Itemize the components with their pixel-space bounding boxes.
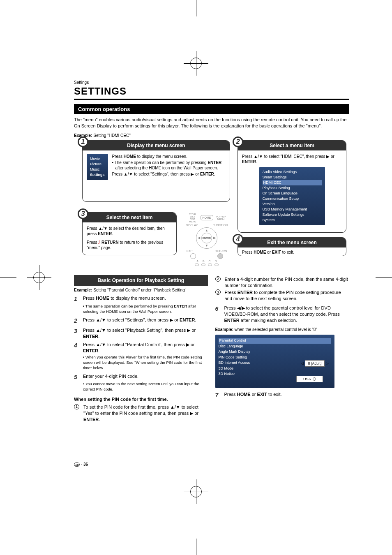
step-box-3: Select the next item Press ▲/▼ to select… bbox=[82, 212, 177, 255]
up-arrow-icon: ▲ bbox=[205, 229, 208, 232]
text-fragment: Press bbox=[242, 250, 254, 254]
text-fragment: Press ▲/▼ to select "Playback Setting", … bbox=[83, 328, 196, 333]
text-fragment: . bbox=[98, 348, 99, 353]
crop-mark bbox=[376, 278, 392, 278]
menu-item: Smart Settings bbox=[263, 175, 322, 180]
home-button: HOME bbox=[201, 215, 213, 220]
text-fragment: To set the PIN code for the first time, … bbox=[83, 405, 198, 416]
country-value: USA bbox=[303, 377, 311, 382]
down-arrow-icon: ▼ bbox=[205, 244, 208, 247]
circle-number-icon: 2 bbox=[215, 276, 221, 282]
step-6: 6 Press ◀/▶ to select the parental contr… bbox=[215, 305, 349, 324]
text-fragment: . bbox=[256, 160, 257, 164]
text-fragment: Press ▲/▼ to select "Settings", then pre… bbox=[83, 317, 180, 322]
menu-item: Movie bbox=[90, 156, 105, 162]
example-text: Setting "Parental Control" under "Playba… bbox=[92, 288, 186, 292]
settings-menu-screenshot: Audio Video Settings Smart Settings HDMI… bbox=[259, 167, 325, 225]
right-arrow-icon: ▶ bbox=[213, 236, 216, 240]
right-arrow-icon: ▷ bbox=[326, 361, 329, 366]
pre-title: Settings bbox=[74, 80, 349, 85]
remote-label: POP-UP MENU bbox=[216, 215, 226, 220]
text-fragment: . bbox=[195, 317, 196, 322]
text-fragment: Press bbox=[112, 154, 124, 159]
remote-label: TITLE LIST TOP MENU bbox=[187, 213, 198, 223]
pin-step-1: 1 To set the PIN code for the first time… bbox=[74, 404, 208, 423]
text-fragment: to display the menu screen. bbox=[109, 296, 166, 301]
menu-item: Software Update Settings bbox=[263, 212, 322, 217]
text-fragment: Press bbox=[87, 240, 98, 245]
remote-letter: D bbox=[215, 260, 217, 263]
enter-key: ENTER bbox=[83, 417, 99, 422]
step-3: 3 Press ▲/▼ to select "Playback Setting"… bbox=[74, 327, 208, 340]
text-fragment: to display the menu screen. bbox=[136, 154, 187, 159]
pin-first-time-heading: When setting the PIN code for the first … bbox=[74, 396, 208, 402]
text-fragment: The same operation can be performed by p… bbox=[115, 160, 208, 165]
text-fragment: . bbox=[112, 231, 113, 236]
intro-text: The "menu" enables various audio/visual … bbox=[74, 117, 349, 129]
enter-key: ENTER bbox=[83, 334, 98, 339]
menu-item: Version bbox=[263, 201, 322, 207]
home-key: HOME bbox=[237, 392, 251, 397]
home-key: HOME bbox=[124, 154, 136, 159]
example-text: Setting "HDMI CEC" bbox=[92, 133, 130, 138]
example-label: Example: bbox=[215, 327, 233, 332]
remote-label: DISPLAY bbox=[186, 224, 198, 227]
text-fragment: to exit. bbox=[267, 392, 281, 397]
exit-key: EXIT bbox=[272, 250, 281, 254]
step-number: 7 bbox=[215, 391, 221, 399]
crop-mark bbox=[196, 539, 196, 555]
example-line-2: Example: when the selected parental cont… bbox=[215, 327, 349, 333]
step-4-sub: When you operate this Player for the fir… bbox=[83, 355, 208, 370]
left-arrow-icon: ◁ bbox=[301, 361, 304, 366]
crop-mark bbox=[0, 278, 16, 278]
text-fragment: after selecting the HOME icon on the Wal… bbox=[115, 166, 218, 170]
menu-item: On Screen Language bbox=[263, 191, 322, 196]
example-line: Example: Setting "HDMI CEC" bbox=[74, 133, 349, 138]
text-fragment: Enter a 4-digit number for the PIN code,… bbox=[225, 276, 349, 289]
home-menu-screenshot: Movie Picture Music Settings bbox=[87, 154, 108, 180]
step-box-4: Exit the menu screen Press HOME or EXIT … bbox=[238, 237, 346, 256]
text-fragment: Press ▲/▼ to select "HDMI CEC", then pre… bbox=[242, 154, 334, 159]
enter-key: ENTER bbox=[98, 231, 112, 236]
step-5: 5 Enter your 4-digit PIN code. bbox=[74, 373, 208, 381]
page-number: GB - 36 bbox=[74, 462, 88, 467]
level-spinner: ◁ 8 [Adult] ▷ bbox=[301, 360, 328, 367]
menu-item: Picture bbox=[90, 162, 105, 167]
steps-grid: 1 Display the menu screen Movie Picture … bbox=[74, 140, 349, 264]
menu-item: Angle Mark Display bbox=[219, 349, 331, 355]
remote-letter: C bbox=[209, 260, 211, 263]
crop-mark bbox=[196, 479, 196, 504]
menu-item: USB Memory Management bbox=[263, 207, 322, 212]
enter-key: ENTER bbox=[200, 172, 214, 176]
gb-badge-icon: GB bbox=[74, 462, 80, 467]
basic-op-heading: Basic Operation for Playback Setting bbox=[74, 275, 208, 286]
radio-icon bbox=[313, 377, 316, 381]
menu-item: Disc Language bbox=[219, 344, 331, 349]
menu-item-selected: HDMI CEC bbox=[263, 180, 322, 185]
crop-mark bbox=[196, 0, 196, 16]
circle-number-icon: 3 bbox=[215, 289, 221, 295]
step-1-sub: The same operation can be performed by p… bbox=[83, 304, 208, 314]
enter-key: ENTER bbox=[180, 317, 195, 322]
parental-control-screenshot: Parental Control Disc Language Angle Mar… bbox=[215, 335, 334, 388]
page-title: SETTINGS bbox=[74, 86, 349, 97]
text-fragment: Press ▲/▼ to select "Parental Control", … bbox=[83, 342, 195, 347]
exit-key: EXIT bbox=[257, 392, 267, 397]
remote-label: EXIT bbox=[187, 250, 193, 252]
text-fragment: after making each selection. bbox=[240, 318, 297, 323]
crop-mark bbox=[196, 51, 196, 76]
step-number: 1 bbox=[74, 295, 80, 303]
home-key: HOME bbox=[96, 296, 109, 301]
step-4-title: Exit the menu screen bbox=[238, 238, 346, 247]
step-number: 6 bbox=[215, 305, 221, 324]
step-2: 2 Press ▲/▼ to select "Settings", then p… bbox=[74, 317, 208, 325]
home-key: HOME bbox=[254, 250, 266, 254]
text-fragment: or bbox=[266, 250, 272, 254]
step-number: 5 bbox=[74, 373, 80, 381]
left-arrow-icon: ◀ bbox=[198, 236, 200, 240]
text-fragment: The same operation can be performed by p… bbox=[85, 304, 174, 308]
circle-number-icon: 1 bbox=[74, 404, 79, 409]
menu-item: PIN Code Setting bbox=[219, 355, 331, 361]
step-badge-1: 1 bbox=[78, 136, 88, 147]
example-label: Example: bbox=[74, 288, 92, 292]
